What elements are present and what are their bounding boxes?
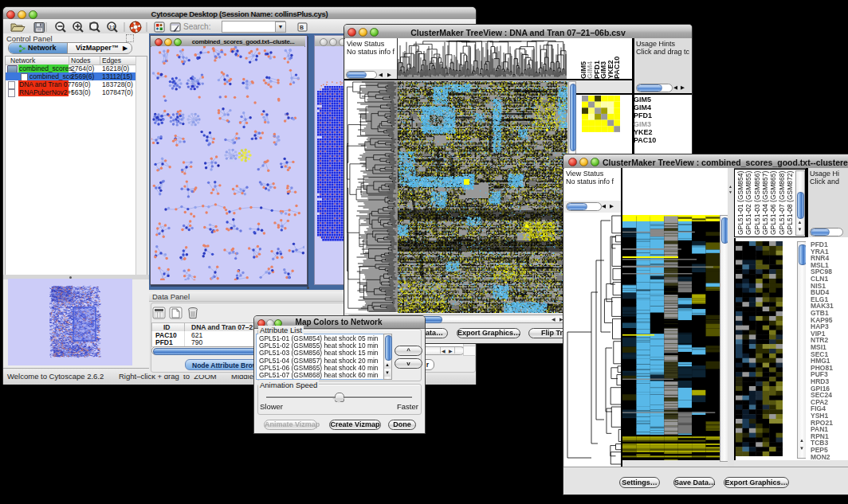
svg-text:B: B <box>300 25 304 30</box>
svg-text:1:1: 1:1 <box>109 25 115 29</box>
